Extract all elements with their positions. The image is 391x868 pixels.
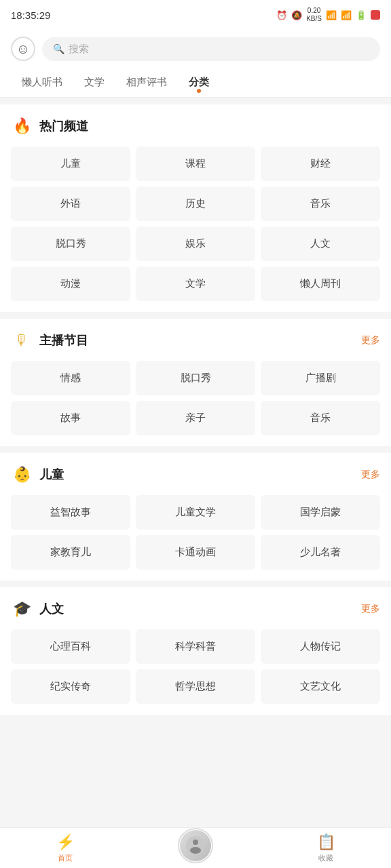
host-programs-more-btn[interactable]: 更多 — [361, 334, 380, 347]
section-children: 👶 儿童 更多 益智故事 儿童文学 国学启蒙 家教育儿 卡通动画 少儿名著 — [0, 453, 391, 580]
tab-crosstalk[interactable]: 相声评书 — [115, 68, 178, 97]
battery-icon: 🔋 — [356, 10, 367, 20]
notification-icon: ⏰ — [276, 10, 287, 20]
tab-active-indicator — [197, 89, 201, 93]
category-humanities[interactable]: 人文 — [261, 226, 380, 261]
children-icon: 👶 — [11, 464, 33, 486]
hot-channels-grid: 儿童 课程 财经 外语 历史 音乐 脱口秀 娱乐 人文 动漫 文学 懒人周刊 — [11, 146, 380, 301]
search-placeholder-text: 搜索 — [69, 43, 89, 56]
category-foreign-lang[interactable]: 外语 — [11, 186, 130, 221]
section-children-header: 👶 儿童 更多 — [11, 464, 380, 486]
humanities-psychology[interactable]: 心理百科 — [11, 629, 130, 664]
host-talkshow[interactable]: 脱口秀 — [136, 361, 255, 395]
status-icons: ⏰ 🔕 0.20KB/S 📶 📶 🔋 — [276, 7, 380, 23]
status-time: 18:35:29 — [11, 9, 50, 21]
nav-favorites[interactable]: 📋 收藏 — [261, 833, 391, 863]
tab-category[interactable]: 分类 — [178, 68, 220, 97]
children-parenting[interactable]: 家教育儿 — [11, 535, 130, 570]
children-grid: 益智故事 儿童文学 国学启蒙 家教育儿 卡通动画 少儿名著 — [11, 495, 380, 570]
player-thumbnail — [180, 830, 211, 861]
player-center-button[interactable] — [178, 828, 213, 863]
humanities-philosophy[interactable]: 哲学思想 — [136, 669, 255, 704]
user-avatar[interactable]: ☺ — [11, 37, 35, 61]
section-host-title-group: 🎙 主播节目 — [11, 330, 88, 351]
tabs-bar: 懒人听书 文学 相声评书 分类 — [0, 68, 391, 98]
search-icon: 🔍 — [53, 43, 64, 54]
hot-channels-title: 热门频道 — [39, 118, 88, 134]
category-anime[interactable]: 动漫 — [11, 267, 130, 301]
section-title-group: 🔥 热门频道 — [11, 115, 88, 137]
host-programs-icon: 🎙 — [11, 330, 33, 351]
children-title: 儿童 — [39, 467, 64, 483]
signal-icon: 📶 — [341, 10, 352, 20]
favorites-label: 收藏 — [318, 853, 333, 863]
section-hot-channels-header: 🔥 热门频道 — [11, 115, 380, 137]
svg-point-2 — [190, 847, 201, 854]
search-input[interactable]: 🔍 搜索 — [42, 37, 380, 61]
category-entertainment[interactable]: 娱乐 — [136, 226, 255, 261]
children-literature[interactable]: 儿童文学 — [136, 495, 255, 530]
home-label: 首页 — [58, 853, 73, 863]
search-bar-area: ☺ 🔍 搜索 — [0, 30, 391, 68]
host-parenting[interactable]: 亲子 — [136, 401, 255, 435]
children-smart-stories[interactable]: 益智故事 — [11, 495, 130, 530]
section-children-title-group: 👶 儿童 — [11, 464, 64, 486]
section-hot-channels: 🔥 热门频道 儿童 课程 财经 外语 历史 音乐 脱口秀 娱乐 人文 动漫 文学… — [0, 104, 391, 312]
hot-channels-icon: 🔥 — [11, 115, 33, 137]
avatar-icon: ☺ — [16, 41, 30, 57]
nav-home[interactable]: ⚡ 首页 — [0, 833, 130, 863]
host-radio-drama[interactable]: 广播剧 — [261, 361, 380, 395]
humanities-more-btn[interactable]: 更多 — [361, 603, 380, 615]
section-host-programs: 🎙 主播节目 更多 情感 脱口秀 广播剧 故事 亲子 音乐 — [0, 319, 391, 446]
wifi-icon: 📶 — [326, 10, 337, 20]
children-classics[interactable]: 国学启蒙 — [261, 495, 380, 530]
host-programs-title: 主播节目 — [39, 332, 88, 349]
nav-player-center[interactable] — [130, 828, 261, 869]
category-talk-show[interactable]: 脱口秀 — [11, 226, 130, 261]
svg-point-1 — [193, 840, 198, 845]
section-humanities: 🎓 人文 更多 心理百科 科学科普 人物传记 纪实传奇 哲学思想 文艺文化 — [0, 587, 391, 715]
player-thumbnail-svg — [185, 835, 206, 856]
humanities-science[interactable]: 科学科普 — [136, 629, 255, 664]
host-emotion[interactable]: 情感 — [11, 361, 130, 395]
category-history[interactable]: 历史 — [136, 186, 255, 221]
tab-lazy-listen[interactable]: 懒人听书 — [11, 68, 73, 97]
children-famous-works[interactable]: 少儿名著 — [261, 535, 380, 570]
category-literature[interactable]: 文学 — [136, 267, 255, 301]
host-programs-grid: 情感 脱口秀 广播剧 故事 亲子 音乐 — [11, 361, 380, 435]
status-bar: 18:35:29 ⏰ 🔕 0.20KB/S 📶 📶 🔋 — [0, 0, 391, 30]
humanities-icon: 🎓 — [11, 598, 33, 620]
favorites-icon: 📋 — [317, 833, 335, 851]
data-speed: 0.20KB/S — [306, 7, 322, 23]
category-courses[interactable]: 课程 — [136, 146, 255, 181]
humanities-documentary[interactable]: 纪实传奇 — [11, 669, 130, 704]
humanities-biographies[interactable]: 人物传记 — [261, 629, 380, 664]
category-finance[interactable]: 财经 — [261, 146, 380, 181]
category-lazy-weekly[interactable]: 懒人周刊 — [261, 267, 380, 301]
bottom-nav: ⚡ 首页 📋 收藏 — [0, 827, 391, 868]
home-icon: ⚡ — [56, 833, 75, 851]
tab-literature[interactable]: 文学 — [73, 68, 115, 97]
section-humanities-title-group: 🎓 人文 — [11, 598, 64, 620]
category-music[interactable]: 音乐 — [261, 186, 380, 221]
silent-icon: 🔕 — [291, 10, 302, 20]
humanities-title: 人文 — [39, 601, 64, 617]
humanities-grid: 心理百科 科学科普 人物传记 纪实传奇 哲学思想 文艺文化 — [11, 629, 380, 704]
category-children[interactable]: 儿童 — [11, 146, 130, 181]
notification-badge — [371, 10, 380, 20]
children-cartoons[interactable]: 卡通动画 — [136, 535, 255, 570]
children-more-btn[interactable]: 更多 — [361, 469, 380, 481]
section-humanities-header: 🎓 人文 更多 — [11, 598, 380, 620]
humanities-arts[interactable]: 文艺文化 — [261, 669, 380, 704]
section-host-programs-header: 🎙 主播节目 更多 — [11, 330, 380, 351]
host-music[interactable]: 音乐 — [261, 401, 380, 435]
host-story[interactable]: 故事 — [11, 401, 130, 435]
